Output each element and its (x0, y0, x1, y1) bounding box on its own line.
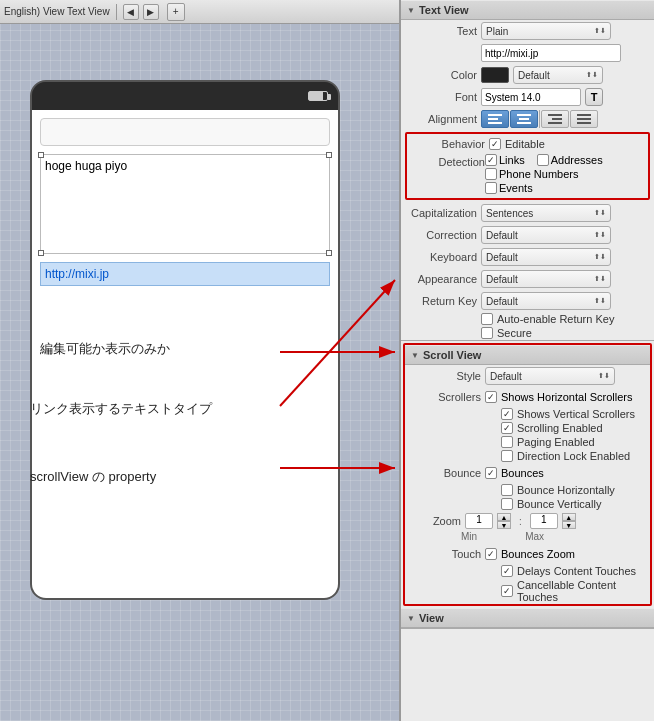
addresses-label: Addresses (551, 154, 603, 166)
behavior-row: Behavior Editable (409, 136, 646, 152)
url-text: http://mixi.jp (45, 267, 109, 281)
detection-links: Links (485, 154, 525, 166)
addresses-checkbox[interactable] (537, 154, 549, 166)
appearance-dropdown-value: Default (486, 274, 518, 285)
app-dropdown-arrow-icon: ⬆⬇ (594, 275, 606, 283)
status-bar (32, 82, 338, 110)
svg-rect-7 (517, 114, 531, 116)
correction-dropdown-value: Default (486, 230, 518, 241)
align-right-button[interactable] (541, 110, 569, 128)
delays-content-checkbox[interactable] (501, 565, 513, 577)
cancellable-checkbox[interactable] (501, 585, 513, 597)
view-header: ▼ View (401, 608, 654, 628)
zoom-label: Zoom (411, 515, 461, 527)
resize-handle-br[interactable] (326, 250, 332, 256)
svg-rect-4 (488, 114, 502, 116)
search-field[interactable] (40, 118, 330, 146)
secure-checkbox[interactable] (481, 327, 493, 339)
appearance-value: Default ⬆⬇ (481, 270, 648, 288)
zoom-min-label: Min (461, 531, 477, 542)
bounces-zoom-checkbox[interactable] (485, 548, 497, 560)
url-value: http://mixi.jp (481, 44, 648, 62)
font-input[interactable]: System 14.0 (481, 88, 581, 106)
back-btn[interactable]: ◀ (123, 4, 139, 20)
paging-row: Paging Enabled (405, 435, 650, 449)
bounce-vert-label: Bounce Vertically (517, 498, 601, 510)
resize-handle-bl[interactable] (38, 250, 44, 256)
align-center-button[interactable] (510, 110, 538, 128)
zoom-max-stepper[interactable]: ▲ ▼ (562, 513, 576, 529)
paging-checkbox[interactable] (501, 436, 513, 448)
text-dropdown-value: Plain (486, 26, 508, 37)
text-view-box[interactable]: hoge huga piyo (40, 154, 330, 254)
color-value: Default ⬆⬇ (481, 66, 648, 84)
bounces-checkbox[interactable] (485, 467, 497, 479)
bounce-label: Bounce (411, 467, 481, 479)
forward-btn[interactable]: ▶ (143, 4, 159, 20)
scrollers-label-row: Scrollers Shows Horizontal Scrollers (405, 387, 650, 407)
style-dropdown-value: Default (490, 371, 522, 382)
zoom-min-stepper[interactable]: ▲ ▼ (497, 513, 511, 529)
zoom-min-up[interactable]: ▲ (497, 513, 511, 521)
events-checkbox[interactable] (485, 182, 497, 194)
scroll-enabled-label: Scrolling Enabled (517, 422, 603, 434)
horiz-scrollers-checkbox[interactable] (485, 391, 497, 403)
scrollers-first: Shows Horizontal Scrollers (485, 391, 644, 403)
editable-checkbox[interactable] (489, 138, 501, 150)
align-left-button[interactable] (481, 110, 509, 128)
selected-region[interactable]: http://mixi.jp (40, 262, 330, 286)
vert-scrollers-checkbox[interactable] (501, 408, 513, 420)
return-key-dropdown[interactable]: Default ⬆⬇ (481, 292, 611, 310)
zoom-max-down[interactable]: ▼ (562, 521, 576, 529)
scroll-triangle-icon: ▼ (411, 351, 419, 360)
font-t-button[interactable]: T (585, 88, 603, 106)
url-input-row: http://mixi.jp (401, 42, 654, 64)
phone-checkbox[interactable] (485, 168, 497, 180)
scroll-enabled-checkbox[interactable] (501, 422, 513, 434)
resize-handle-tl[interactable] (38, 152, 44, 158)
bounces-zoom-label: Bounces Zoom (501, 548, 575, 560)
align-justify-button[interactable] (570, 110, 598, 128)
direction-lock-label: Direction Lock Enabled (517, 450, 630, 462)
resize-handle-tr[interactable] (326, 152, 332, 158)
bounce-vert-checkbox[interactable] (501, 498, 513, 510)
auto-enable-label: Auto-enable Return Key (497, 313, 614, 325)
bounce-label-row: Bounce Bounces (405, 463, 650, 483)
appearance-dropdown[interactable]: Default ⬆⬇ (481, 270, 611, 288)
color-dropdown[interactable]: Default ⬆⬇ (513, 66, 603, 84)
align-divider (539, 110, 540, 128)
direction-lock-checkbox[interactable] (501, 450, 513, 462)
text-dropdown[interactable]: Plain ⬆⬇ (481, 22, 611, 40)
font-row: Font System 14.0 T (401, 86, 654, 108)
links-label: Links (499, 154, 525, 166)
delays-content-label: Delays Content Touches (517, 565, 636, 577)
zoom-max-input[interactable]: 1 (530, 513, 558, 529)
phone-label: Phone Numbers (499, 168, 579, 180)
color-label: Color (407, 69, 477, 81)
keyboard-dropdown[interactable]: Default ⬆⬇ (481, 248, 611, 266)
secure-row: Secure (401, 326, 654, 340)
color-swatch[interactable] (481, 67, 509, 83)
add-btn[interactable]: + (167, 3, 185, 21)
body-text: hoge huga piyo (45, 159, 127, 173)
correction-row: Correction Default ⬆⬇ (401, 224, 654, 246)
color-row: Color Default ⬆⬇ (401, 64, 654, 86)
correction-dropdown[interactable]: Default ⬆⬇ (481, 226, 611, 244)
auto-enable-checkbox[interactable] (481, 313, 493, 325)
return-key-dropdown-value: Default (486, 296, 518, 307)
bounce-horiz-checkbox[interactable] (501, 484, 513, 496)
zoom-max-up[interactable]: ▲ (562, 513, 576, 521)
zoom-min-input[interactable]: 1 (465, 513, 493, 529)
url-input[interactable]: http://mixi.jp (481, 44, 621, 62)
svg-rect-5 (488, 118, 498, 120)
style-dropdown[interactable]: Default ⬆⬇ (485, 367, 615, 385)
capitalization-dropdown[interactable]: Sentences ⬆⬇ (481, 204, 611, 222)
zoom-min-down[interactable]: ▼ (497, 521, 511, 529)
kbd-dropdown-arrow-icon: ⬆⬇ (594, 253, 606, 261)
alignment-buttons (481, 110, 598, 128)
font-label: Font (407, 91, 477, 103)
behavior-label: Behavior (415, 138, 485, 150)
detection-row-1: Links Addresses (485, 154, 640, 166)
links-checkbox[interactable] (485, 154, 497, 166)
detection-content: Links Addresses Phone Numbers Events (485, 154, 640, 194)
